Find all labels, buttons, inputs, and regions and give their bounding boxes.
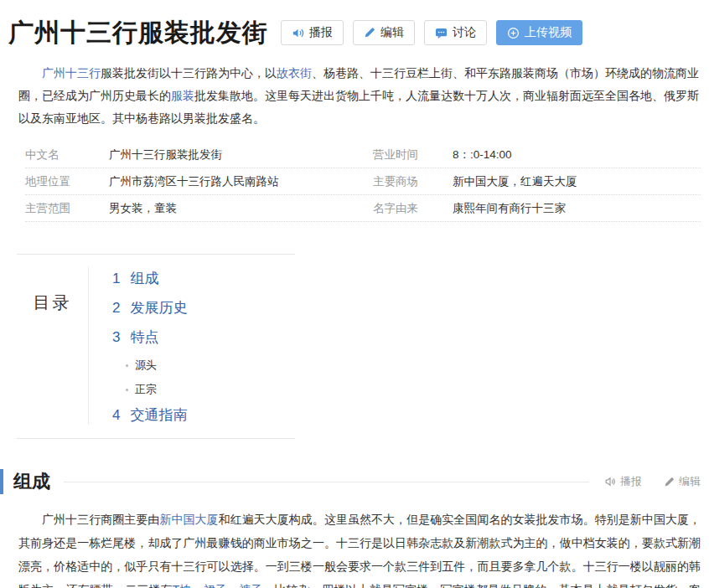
link-txu[interactable]: T恤 (173, 583, 192, 588)
body-text: 、 (192, 583, 204, 588)
section-accent-bar (0, 469, 3, 494)
body-text: 、 (227, 583, 239, 588)
upload-video-button[interactable]: 上传视频 (496, 20, 582, 45)
infobox-label: 中文名 (25, 147, 109, 162)
baike-page: 广州十三行服装批发街 播报 编辑 (0, 0, 709, 588)
body-text: 广州十三行商圈主要由 (42, 513, 159, 526)
broadcast-button-label: 播报 (309, 25, 333, 40)
link-xinzhongguo-dasha[interactable]: 新中国大厦 (159, 513, 218, 526)
link-kuzi[interactable]: 裤子 (239, 583, 262, 588)
section-paragraph: 广州十三行商圈主要由新中国大厦和红遍天大厦构成。这里虽然不大，但是确实全国闻名的… (18, 508, 701, 588)
infobox-value: 新中国大厦，红遍天大厦 (453, 174, 701, 189)
toc-item-number: 2 (112, 299, 120, 317)
pencil-icon (664, 477, 675, 487)
comment-icon (435, 27, 448, 39)
speaker-icon (292, 27, 304, 39)
toc-item-label: 发展历史 (130, 299, 187, 317)
section-controls: 播报 编辑 (604, 474, 709, 489)
infobox-label: 主要商场 (373, 174, 453, 189)
toc-item-number: 1 (112, 270, 120, 288)
section-broadcast-label: 播报 (620, 474, 642, 489)
toc-heading: 目录 (17, 266, 89, 425)
section-broadcast-button[interactable]: 播报 (604, 474, 642, 489)
infobox-row: 中文名 广州十三行服装批发街 营业时间 8：:0-14:00 (25, 142, 701, 168)
toc-item-fazhanlishi[interactable]: 2 发展历史 (112, 299, 187, 317)
toc-subitem-label: 正宗 (135, 382, 157, 397)
infobox-label: 主营范围 (25, 201, 109, 216)
broadcast-button[interactable]: 播报 (281, 20, 344, 45)
infobox-value: 广州十三行服装批发街 (109, 147, 373, 162)
infobox-value: 男女装，童装 (109, 201, 373, 216)
speaker-icon (604, 476, 616, 487)
edit-button-label: 编辑 (380, 25, 404, 40)
intro-paragraph: 广州十三行服装批发街以十三行路为中心，以故衣街、杨巷路、十三行豆栏上街、和平东路… (18, 62, 699, 130)
toc-list: 1 组成 2 发展历史 3 特点 源头 正宗 4 交通指南 (89, 266, 187, 425)
link-guyijie[interactable]: 故衣街 (277, 66, 312, 80)
infobox-row: 地理位置 广州市荔湾区十三行路人民南路站 主要商场 新中国大厦，红遍天大厦 (25, 168, 701, 195)
toc-item-tedian[interactable]: 3 特点 (112, 328, 187, 347)
plus-circle-icon (507, 27, 520, 39)
toc-item-label: 组成 (130, 270, 158, 288)
infobox-label: 营业时间 (373, 147, 453, 162)
toc-item-zucheng[interactable]: 1 组成 (112, 270, 187, 288)
header-toolbar: 播报 编辑 (281, 20, 582, 45)
toc-subitem-label: 源头 (135, 358, 157, 373)
bullet-icon (126, 364, 128, 367)
edit-button[interactable]: 编辑 (353, 20, 415, 45)
section-title: 组成 (13, 469, 50, 494)
discuss-button[interactable]: 讨论 (424, 20, 487, 45)
upload-video-button-label: 上传视频 (525, 25, 572, 40)
toc-subitem-zhengzong[interactable]: 正宗 (126, 382, 187, 397)
table-of-contents: 目录 1 组成 2 发展历史 3 特点 源头 正宗 4 (17, 254, 295, 439)
infobox: 中文名 广州十三行服装批发街 营业时间 8：:0-14:00 地理位置 广州市荔… (25, 142, 701, 222)
toc-item-label: 交通指南 (130, 406, 187, 425)
infobox-label: 地理位置 (25, 174, 109, 189)
page-title: 广州十三行服装批发街 (8, 16, 268, 50)
page-header: 广州十三行服装批发街 播报 编辑 (0, 13, 709, 52)
toc-item-jiaotongzhinan[interactable]: 4 交通指南 (112, 406, 187, 425)
section-header-zucheng: 组成 播报 编辑 (0, 469, 709, 494)
toc-item-number: 4 (112, 406, 120, 425)
discuss-button-label: 讨论 (453, 25, 476, 40)
link-fuzhuang[interactable]: 服装 (171, 89, 194, 102)
link-qunzi[interactable]: 裙子 (204, 583, 227, 588)
link-guangzhou-shisanhang[interactable]: 广州十三行 (42, 66, 101, 80)
bullet-icon (126, 389, 128, 391)
pencil-icon (364, 27, 375, 39)
infobox-value: 康熙年间有商行十三家 (453, 201, 701, 216)
toc-subitem-yuantou[interactable]: 源头 (126, 358, 187, 373)
infobox-label: 名字由来 (373, 201, 453, 216)
section-edit-label: 编辑 (679, 474, 701, 489)
toc-item-label: 特点 (130, 328, 158, 347)
section-edit-button[interactable]: 编辑 (664, 474, 701, 489)
infobox-value: 8：:0-14:00 (453, 147, 701, 162)
infobox-row: 主营范围 男女装，童装 名字由来 康熙年间有商行十三家 (25, 195, 701, 222)
section-divider (64, 482, 589, 482)
infobox-value: 广州市荔湾区十三行路人民南路站 (109, 174, 373, 189)
toc-item-number: 3 (112, 328, 120, 347)
intro-text: 服装批发街以十三行路为中心，以 (101, 66, 277, 80)
